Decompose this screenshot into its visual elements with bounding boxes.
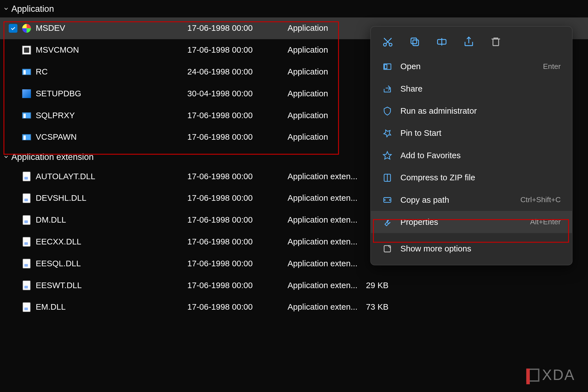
file-name: VCSPAWN bbox=[36, 132, 77, 142]
dll-icon bbox=[22, 259, 31, 268]
menu-label: Add to Favorites bbox=[400, 151, 553, 160]
file-name: EESQL.DLL bbox=[36, 259, 81, 268]
file-date: 17-06-1998 00:00 bbox=[187, 281, 288, 290]
file-date: 17-06-1998 00:00 bbox=[187, 111, 288, 120]
file-date: 17-06-1998 00:00 bbox=[187, 237, 288, 246]
open-icon bbox=[382, 61, 393, 72]
app-icon bbox=[22, 111, 31, 120]
file-date: 17-06-1998 00:00 bbox=[187, 132, 288, 142]
file-type: Application exten... bbox=[288, 172, 366, 181]
file-type: Application bbox=[288, 132, 366, 142]
file-name: SQLPRXY bbox=[36, 111, 75, 120]
file-row[interactable]: EM.DLL 17-06-1998 00:00 Application exte… bbox=[0, 296, 588, 318]
app-icon bbox=[22, 24, 31, 33]
dll-icon bbox=[22, 172, 31, 181]
star-icon bbox=[382, 150, 393, 160]
group-header-application[interactable]: Application bbox=[0, 0, 588, 17]
file-date: 17-06-1998 00:00 bbox=[187, 172, 288, 181]
path-icon bbox=[382, 195, 393, 205]
menu-share[interactable]: Share bbox=[371, 78, 572, 100]
svg-rect-5 bbox=[411, 38, 417, 44]
app-icon bbox=[22, 45, 31, 55]
file-row[interactable]: EESWT.DLL 17-06-1998 00:00 Application e… bbox=[0, 274, 588, 296]
file-name: EECXX.DLL bbox=[36, 237, 81, 246]
menu-open[interactable]: Open Enter bbox=[371, 55, 572, 78]
menu-label: Run as administrator bbox=[400, 106, 553, 116]
menu-label: Pin to Start bbox=[400, 128, 553, 138]
svg-marker-12 bbox=[383, 151, 391, 159]
file-name: DEVSHL.DLL bbox=[36, 193, 87, 203]
file-name: AUTOLAYT.DLL bbox=[36, 172, 95, 181]
file-date: 17-06-1998 00:00 bbox=[187, 215, 288, 225]
group-title: Application extension bbox=[11, 152, 94, 162]
menu-more-options[interactable]: Show more options bbox=[371, 237, 572, 260]
file-name: EESWT.DLL bbox=[36, 281, 82, 290]
share-arrow-icon bbox=[382, 83, 393, 94]
chevron-down-icon bbox=[3, 153, 10, 160]
app-icon bbox=[22, 132, 31, 142]
menu-label: Show more options bbox=[400, 244, 553, 253]
chevron-down-icon bbox=[3, 5, 10, 12]
file-size: 73 KB bbox=[366, 302, 418, 312]
file-type: Application bbox=[288, 89, 366, 98]
svg-rect-4 bbox=[413, 40, 419, 46]
shield-icon bbox=[382, 106, 393, 116]
dll-icon bbox=[22, 302, 31, 312]
dll-icon bbox=[22, 281, 31, 290]
cut-icon[interactable] bbox=[381, 35, 395, 48]
file-date: 17-06-1998 00:00 bbox=[187, 302, 288, 312]
file-date: 17-06-1998 00:00 bbox=[187, 24, 288, 33]
menu-label: Copy as path bbox=[400, 195, 513, 204]
file-type: Application bbox=[288, 111, 366, 120]
file-type: Application bbox=[288, 45, 366, 55]
dll-icon bbox=[22, 237, 31, 246]
file-type: Application exten... bbox=[288, 259, 366, 268]
menu-shortcut: Alt+Enter bbox=[530, 218, 561, 226]
menu-run-admin[interactable]: Run as administrator bbox=[371, 100, 572, 122]
file-type: Application exten... bbox=[288, 237, 366, 246]
file-type: Application exten... bbox=[288, 302, 366, 312]
file-name: DM.DLL bbox=[36, 215, 66, 225]
menu-label: Open bbox=[400, 62, 535, 71]
svg-rect-9 bbox=[493, 39, 499, 46]
file-name: RC bbox=[36, 67, 48, 77]
svg-rect-11 bbox=[384, 64, 387, 68]
rename-icon[interactable] bbox=[435, 35, 448, 48]
file-name: EM.DLL bbox=[36, 302, 66, 312]
menu-shortcut: Ctrl+Shift+C bbox=[520, 195, 561, 204]
group-title: Application bbox=[11, 4, 54, 14]
file-type: Application exten... bbox=[288, 281, 366, 290]
menu-compress[interactable]: Compress to ZIP file bbox=[371, 166, 572, 188]
app-icon bbox=[22, 67, 31, 77]
app-icon bbox=[22, 89, 31, 98]
menu-label: Compress to ZIP file bbox=[400, 173, 553, 182]
dll-icon bbox=[22, 193, 31, 203]
file-date: 24-06-1998 00:00 bbox=[187, 67, 288, 77]
delete-icon[interactable] bbox=[489, 35, 502, 48]
file-name: MSDEV bbox=[36, 24, 65, 33]
context-menu: Open Enter Share Run as administrator Pi… bbox=[370, 26, 573, 265]
context-menu-toolbar bbox=[371, 27, 572, 55]
menu-favorites[interactable]: Add to Favorites bbox=[371, 144, 572, 166]
file-type: Application exten... bbox=[288, 193, 366, 203]
dll-icon bbox=[22, 215, 31, 225]
file-date: 17-06-1998 00:00 bbox=[187, 259, 288, 268]
menu-properties[interactable]: Properties Alt+Enter bbox=[371, 211, 572, 233]
share-icon[interactable] bbox=[462, 35, 475, 48]
logo-icon bbox=[526, 368, 540, 382]
checkbox-checked-icon[interactable] bbox=[9, 24, 17, 33]
menu-label: Properties bbox=[400, 217, 522, 227]
copy-icon[interactable] bbox=[408, 35, 421, 48]
menu-shortcut: Enter bbox=[543, 62, 561, 71]
menu-pin-start[interactable]: Pin to Start bbox=[371, 122, 572, 144]
file-name: MSVCMON bbox=[36, 45, 79, 55]
zip-icon bbox=[382, 172, 393, 183]
file-date: 17-06-1998 00:00 bbox=[187, 45, 288, 55]
file-date: 17-06-1998 00:00 bbox=[187, 193, 288, 203]
menu-label: Share bbox=[400, 84, 553, 94]
watermark-text: XDA bbox=[542, 367, 575, 384]
menu-copy-path[interactable]: Copy as path Ctrl+Shift+C bbox=[371, 189, 572, 211]
file-type: Application exten... bbox=[288, 215, 366, 225]
file-size: 29 KB bbox=[366, 281, 418, 290]
file-type: Application bbox=[288, 24, 366, 33]
